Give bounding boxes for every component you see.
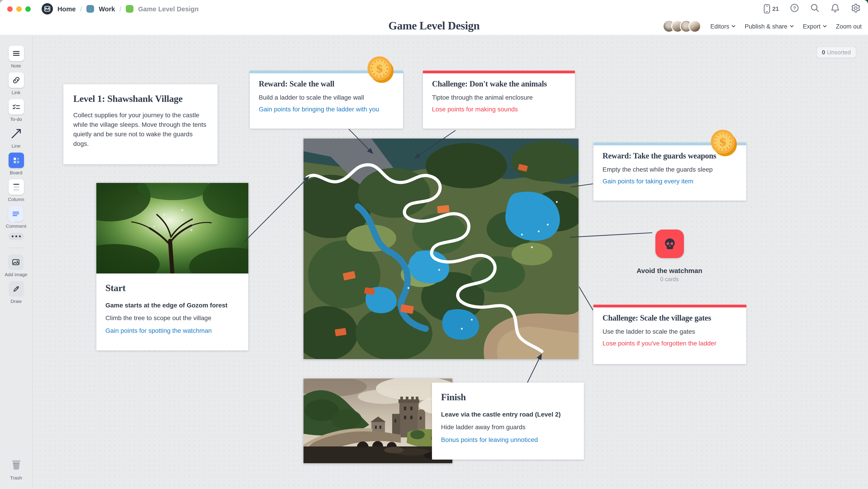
tool-label: Comment bbox=[6, 223, 26, 229]
tool-label: Board bbox=[10, 170, 22, 175]
help-icon: ? bbox=[790, 3, 799, 13]
zoom-out-label: Zoom out bbox=[836, 23, 862, 30]
card-highlight: Bonus points for leaving unnoticed bbox=[441, 436, 575, 443]
sidebar-tool-line[interactable]: Line bbox=[8, 126, 24, 148]
card-title: Challenge: Scale the village gates bbox=[602, 313, 737, 323]
card-body: Use the ladder to scale the gates bbox=[602, 328, 737, 335]
tool-label: Link bbox=[12, 90, 21, 95]
note-card-level1[interactable]: Level 1: Shawshank Village Collect suppl… bbox=[63, 84, 218, 164]
minimize-window-button[interactable] bbox=[16, 6, 22, 11]
coin-icon[interactable]: $ bbox=[710, 128, 738, 159]
card-body: Empty the chest while the guards sleep bbox=[602, 166, 737, 173]
card-subtitle: Game starts at the edge of Gozom forest bbox=[105, 301, 239, 309]
card-highlight: Lose points for making sounds bbox=[432, 106, 566, 113]
sidebar-tool-board[interactable]: Board bbox=[8, 152, 24, 175]
tool-label: Add image bbox=[5, 272, 27, 277]
window-traffic-lights bbox=[7, 6, 31, 11]
export-button[interactable]: Export bbox=[803, 23, 827, 30]
watchman-board-count: 0 cards bbox=[615, 276, 724, 283]
sidebar-tool-add-image[interactable]: Add image bbox=[5, 255, 27, 277]
link-icon bbox=[8, 73, 24, 88]
note-card-challenge-gates[interactable]: Challenge: Scale the village gates Use t… bbox=[593, 305, 746, 364]
card-highlight: Gain points for spotting the watchman bbox=[105, 327, 239, 334]
card-subtitle: Leave via the castle entry road (Level 2… bbox=[441, 411, 575, 418]
phone-icon bbox=[763, 4, 770, 13]
board-icon bbox=[8, 152, 24, 168]
card-title: Challenge: Don't wake the animals bbox=[432, 79, 566, 89]
close-window-button[interactable] bbox=[7, 6, 13, 11]
note-card-challenge-animals[interactable]: Challenge: Don't wake the animals Tiptoe… bbox=[423, 70, 575, 128]
card-body: Hide ladder away from guards bbox=[441, 423, 575, 431]
card-highlight: Gain points for taking every item bbox=[602, 177, 737, 185]
tool-label: Column bbox=[8, 197, 24, 202]
note-card-start[interactable]: Start Game starts at the edge of Gozom f… bbox=[96, 274, 248, 350]
settings-button[interactable] bbox=[851, 3, 861, 15]
top-chrome: Home / Work / Game Level Design 21 ? bbox=[0, 0, 868, 35]
breadcrumb-work[interactable]: Work bbox=[99, 5, 115, 12]
unsorted-label: Unsorted bbox=[827, 49, 851, 56]
forest-photo[interactable] bbox=[96, 183, 248, 274]
editor-avatars[interactable] bbox=[663, 20, 701, 33]
column-icon bbox=[8, 179, 24, 195]
card-body: Build a ladder to scale the village wall bbox=[259, 94, 394, 101]
add-image-icon bbox=[8, 255, 24, 270]
breadcrumb-separator: / bbox=[120, 5, 121, 12]
village-map-photo[interactable] bbox=[304, 139, 579, 359]
svg-text:?: ? bbox=[793, 5, 796, 11]
sidebar-divider bbox=[8, 248, 24, 248]
search-button[interactable] bbox=[810, 3, 819, 15]
tool-label: To-do bbox=[10, 116, 22, 122]
breadcrumb-separator: / bbox=[80, 5, 82, 12]
svg-text:$: $ bbox=[719, 135, 726, 148]
board-canvas[interactable]: Level 1: Shawshank Village Collect suppl… bbox=[33, 35, 868, 489]
comment-icon bbox=[8, 206, 24, 222]
tool-label: Trash bbox=[10, 475, 22, 480]
help-button[interactable]: ? bbox=[790, 3, 799, 15]
publish-share-button[interactable]: Publish & share bbox=[745, 23, 794, 30]
unsorted-count: 0 bbox=[822, 49, 825, 56]
card-title: Level 1: Shawshank Village bbox=[73, 93, 208, 105]
zoom-window-button[interactable] bbox=[25, 6, 31, 11]
skull-icon bbox=[661, 235, 679, 253]
milanote-logo-icon[interactable] bbox=[41, 3, 53, 15]
card-accent-bar bbox=[593, 305, 746, 308]
editors-menu-button[interactable]: Editors bbox=[710, 23, 736, 30]
sidebar-tool-link[interactable]: Link bbox=[8, 73, 24, 95]
app-window: Home / Work / Game Level Design 21 ? bbox=[0, 0, 868, 489]
search-icon bbox=[810, 3, 819, 13]
mobile-capture-count: 21 bbox=[772, 5, 779, 12]
sidebar-tool-comment[interactable]: Comment bbox=[6, 206, 26, 229]
watchman-board-icon[interactable] bbox=[655, 230, 684, 258]
sidebar-tool-note[interactable]: Note bbox=[8, 46, 24, 68]
tool-label: Line bbox=[11, 143, 21, 148]
unsorted-badge[interactable]: 0Unsorted bbox=[816, 47, 856, 58]
sidebar-tool-column[interactable]: Column bbox=[8, 179, 24, 202]
editors-label: Editors bbox=[710, 23, 730, 30]
notifications-button[interactable] bbox=[831, 3, 840, 15]
card-highlight: Lose points if you've forgotten the ladd… bbox=[602, 340, 737, 347]
more-tools-icon bbox=[8, 233, 24, 240]
current-board-icon bbox=[126, 5, 134, 13]
chevron-down-icon bbox=[732, 25, 736, 28]
trash-dropzone[interactable]: Trash bbox=[9, 458, 23, 485]
trash-icon bbox=[9, 458, 23, 473]
todo-icon bbox=[8, 99, 24, 115]
card-body: Collect supplies for your journey to the… bbox=[73, 111, 208, 148]
mobile-capture-button[interactable]: 21 bbox=[763, 4, 779, 13]
zoom-out-button[interactable]: Zoom out bbox=[836, 23, 862, 30]
tool-sidebar: Note Link To-do Line Board bbox=[0, 35, 33, 489]
line-icon bbox=[8, 126, 24, 141]
bell-icon bbox=[831, 3, 840, 13]
sidebar-tool-todo[interactable]: To-do bbox=[8, 99, 24, 122]
publish-share-label: Publish & share bbox=[745, 23, 787, 30]
sidebar-tool-more[interactable] bbox=[8, 233, 24, 240]
note-card-finish[interactable]: Finish Leave via the castle entry road (… bbox=[432, 382, 584, 460]
watchman-board-title[interactable]: Avoid the watchman bbox=[615, 267, 724, 275]
castle-photo[interactable] bbox=[304, 378, 452, 463]
coin-icon[interactable]: $ bbox=[366, 55, 395, 85]
chevron-down-icon bbox=[823, 25, 827, 28]
breadcrumb-home[interactable]: Home bbox=[57, 5, 76, 12]
sidebar-tool-draw[interactable]: Draw bbox=[8, 281, 24, 304]
export-label: Export bbox=[803, 23, 820, 30]
card-title: Start bbox=[105, 283, 239, 294]
